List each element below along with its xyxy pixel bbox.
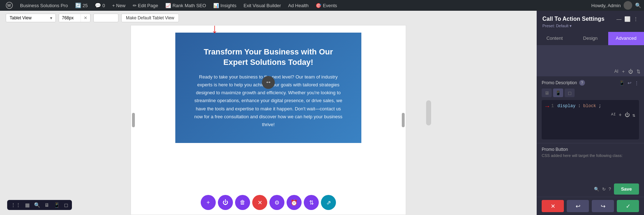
dots-icon[interactable]: ⋮⋮ bbox=[11, 202, 21, 208]
comments-count: 0 bbox=[102, 3, 105, 8]
rank-math-icon: 📈 bbox=[165, 3, 171, 8]
device-tabs: 🖥 📱 ◻ bbox=[542, 89, 639, 97]
promo-btn-label: Promo Button bbox=[542, 147, 639, 152]
nav-button[interactable]: ⇗ bbox=[321, 195, 336, 210]
events-item[interactable]: 🎯 Events bbox=[313, 0, 340, 11]
preset-link[interactable]: Preset: Default ▾ bbox=[542, 24, 572, 28]
grid-icon[interactable]: ▦ bbox=[25, 202, 30, 208]
tablet-tab[interactable]: 📱 bbox=[553, 89, 563, 97]
bottom-save-row: 🔍 ↻ ? Save bbox=[537, 181, 644, 197]
undo-action-icon: ↩ bbox=[576, 203, 580, 210]
sort-icon[interactable]: ⇅ bbox=[636, 69, 640, 74]
line-number: 1 bbox=[551, 104, 554, 109]
search-panel-icon[interactable]: 🔍 bbox=[594, 187, 599, 192]
redo-action-icon: ↪ bbox=[601, 203, 605, 210]
insights-item[interactable]: 📊 Insights bbox=[210, 0, 239, 11]
right-panel: Call To Action Settings — ⬜ ⋮ Preset: De… bbox=[537, 11, 644, 215]
bottom-toolbar: + ⏻ 🗑 ✕ ⚙ ⏰ ⇅ ⇗ bbox=[201, 195, 336, 210]
responsive-button[interactable]: ⇅ bbox=[304, 195, 319, 210]
search-canvas-icon[interactable]: 🔍 bbox=[34, 202, 40, 208]
desktop-tab[interactable]: 🖥 bbox=[542, 89, 552, 97]
settings-button[interactable]: ⚙ bbox=[269, 195, 284, 210]
ai-code-icon[interactable]: AI bbox=[611, 112, 616, 118]
power-button[interactable]: ⏻ bbox=[218, 195, 233, 210]
undo-icon[interactable]: ↩ bbox=[628, 80, 631, 86]
site-name-item[interactable]: Business Solutions Pro bbox=[17, 0, 71, 11]
expand-icon[interactable]: ⬜ bbox=[624, 16, 630, 22]
section-label-row: Promo Description ? 📱 ↩ ⋮ bbox=[542, 80, 639, 86]
exit-visual-label: Exit Visual Builder bbox=[244, 3, 281, 8]
help-panel-icon[interactable]: ? bbox=[609, 187, 611, 192]
confirm-action-button[interactable]: ✓ bbox=[617, 200, 639, 212]
mobile-icon[interactable]: ◻ bbox=[64, 202, 68, 208]
power-icon: ⏻ bbox=[223, 199, 228, 206]
panel-title: Call To Action Settings bbox=[542, 16, 604, 22]
canvas-toolbar: Tablet View ▼ ✕ Make Default Tablet View bbox=[0, 11, 537, 25]
delete-button[interactable]: 🗑 bbox=[235, 195, 250, 210]
more-icon[interactable]: ⋮ bbox=[634, 80, 639, 86]
close-icon: ✕ bbox=[258, 199, 262, 206]
search-icon[interactable]: 🔍 bbox=[635, 3, 641, 8]
rank-math-item[interactable]: 📈 Rank Math SEO bbox=[162, 0, 209, 11]
add-code-icon[interactable]: + bbox=[619, 112, 621, 118]
width-clear-button[interactable]: ✕ bbox=[80, 14, 90, 22]
resize-handle-right[interactable] bbox=[402, 113, 405, 127]
toggle-icon[interactable]: ⏻ bbox=[628, 69, 633, 74]
history-button[interactable]: ⏰ bbox=[287, 195, 302, 210]
width-input[interactable] bbox=[59, 14, 80, 22]
image-placeholder bbox=[537, 45, 644, 67]
updates-item[interactable]: 🔄 25 bbox=[72, 0, 91, 11]
comments-item[interactable]: 💬 0 bbox=[92, 0, 108, 11]
make-default-button[interactable]: Make Default Tablet View bbox=[121, 14, 179, 22]
desktop-icon[interactable]: 🖥 bbox=[44, 202, 49, 208]
bottom-action-bar: ✕ ↩ ↪ ✓ bbox=[537, 197, 644, 215]
refresh-panel-icon[interactable]: ↻ bbox=[602, 187, 606, 192]
width-input-wrap: ✕ bbox=[59, 14, 91, 22]
image-footer: AI + ⏻ ⇅ bbox=[537, 67, 644, 76]
cancel-icon: ✕ bbox=[551, 203, 555, 210]
new-item[interactable]: + New bbox=[109, 0, 128, 11]
responsive-icon: ⇅ bbox=[309, 199, 314, 206]
rank-math-label: Rank Math SEO bbox=[172, 3, 206, 8]
ad-health-item[interactable]: Ad Health bbox=[285, 0, 311, 11]
edit-page-item[interactable]: ✏ Edit Page bbox=[130, 0, 161, 11]
howdy-text: Howdy, Admin bbox=[591, 3, 621, 8]
promo-btn-desc: CSS added here will target the following… bbox=[542, 153, 639, 158]
close-button[interactable]: ✕ bbox=[252, 195, 267, 210]
tablet-icon[interactable]: 📱 bbox=[54, 202, 60, 208]
tab-advanced[interactable]: Advanced bbox=[608, 32, 644, 45]
redo-action-button[interactable]: ↪ bbox=[592, 200, 614, 212]
wp-icon: W bbox=[6, 2, 13, 9]
insights-label: Insights bbox=[220, 3, 236, 8]
trash-icon: 🗑 bbox=[240, 199, 245, 206]
view-select[interactable]: Tablet View bbox=[6, 14, 56, 22]
tab-design[interactable]: Design bbox=[572, 32, 608, 45]
extra-width-input[interactable] bbox=[93, 14, 118, 22]
add-item-icon[interactable]: + bbox=[622, 69, 625, 74]
insights-icon: 📊 bbox=[213, 3, 219, 8]
wp-logo-item[interactable]: W bbox=[3, 0, 16, 11]
code-editor[interactable]: → 1 display : block ; AI bbox=[542, 100, 639, 139]
admin-right: Howdy, Admin 🔍 bbox=[591, 1, 641, 10]
cta-title: Transform Your Business with Our Expert … bbox=[193, 47, 343, 67]
resize-handle-left[interactable] bbox=[132, 113, 135, 127]
undo-action-button[interactable]: ↩ bbox=[567, 200, 589, 212]
mobile-view-icon[interactable]: 📱 bbox=[619, 80, 625, 86]
cancel-action-button[interactable]: ✕ bbox=[542, 200, 564, 212]
minimize-icon[interactable]: — bbox=[616, 16, 621, 22]
promo-desc-label: Promo Description bbox=[542, 80, 577, 85]
exit-visual-item[interactable]: Exit Visual Builder bbox=[241, 0, 284, 11]
add-button[interactable]: + bbox=[201, 195, 216, 210]
promo-button-section: Promo Button CSS added here will target … bbox=[537, 143, 644, 161]
code-line: 1 display : block ; bbox=[551, 104, 601, 109]
clock-icon: ⏰ bbox=[291, 199, 298, 206]
mobile-tab[interactable]: ◻ bbox=[565, 89, 575, 97]
tab-content[interactable]: Content bbox=[537, 32, 572, 45]
more-options-icon[interactable]: ⋮ bbox=[633, 16, 638, 22]
help-icon[interactable]: ? bbox=[579, 80, 585, 86]
save-button[interactable]: Save bbox=[614, 183, 639, 195]
ai-icon[interactable]: AI bbox=[614, 69, 618, 74]
sort-code-icon[interactable]: ⇅ bbox=[633, 112, 635, 118]
horizontal-resize-indicator[interactable]: ↔ bbox=[262, 76, 275, 89]
power-code-icon[interactable]: ⏻ bbox=[625, 112, 630, 118]
